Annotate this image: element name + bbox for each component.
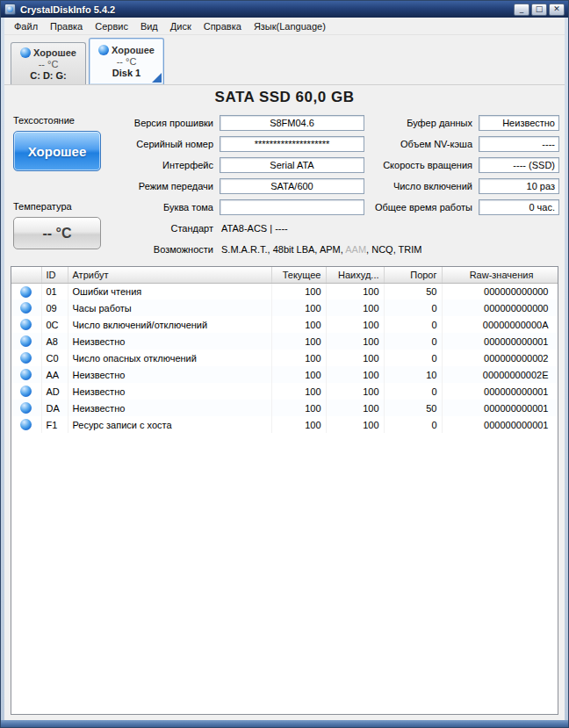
features-label: Возможности xyxy=(101,244,213,256)
cell-current: 100 xyxy=(271,350,326,366)
table-row[interactable]: F1 Ресурс записи с хоста 100 100 0 00000… xyxy=(11,416,558,433)
cell-threshold: 50 xyxy=(384,283,442,299)
menu-item-function[interactable]: Сервис xyxy=(89,19,134,33)
cell-attribute: Ресурс записи с хоста xyxy=(68,416,271,433)
health-status-button[interactable]: Хорошее xyxy=(13,131,101,171)
cell-current: 100 xyxy=(271,316,326,333)
temperature-button[interactable]: -- °C xyxy=(13,217,101,249)
cell-worst: 100 xyxy=(326,299,384,316)
cell-id: C0 xyxy=(41,350,68,366)
table-row[interactable]: A8 Неизвестно 100 100 0 000000000001 xyxy=(11,333,558,350)
features-enabled-text: , NCQ, TRIM xyxy=(366,244,421,255)
disk-info-panel: Техсостояние Хорошее Температура -- °C В… xyxy=(4,110,566,264)
cell-raw: 000000000001 xyxy=(442,400,558,416)
header-attribute[interactable]: Атрибут xyxy=(68,267,271,283)
cell-attribute: Число опасных отключений xyxy=(68,350,271,366)
header-status-icon-column[interactable] xyxy=(11,267,41,283)
table-header-row: ID Атрибут Текущее Наихуд... Порог Raw-з… xyxy=(11,267,558,283)
header-worst[interactable]: Наихуд... xyxy=(326,267,384,283)
window-title: CrystalDiskInfo 5.4.2 xyxy=(20,4,509,15)
header-threshold[interactable]: Порог xyxy=(384,267,442,283)
header-current[interactable]: Текущее xyxy=(271,267,326,283)
window-controls: _ □ ✕ xyxy=(514,4,565,16)
cell-worst: 100 xyxy=(326,366,384,383)
menu-item-disk[interactable]: Диск xyxy=(164,19,198,33)
cell-threshold: 0 xyxy=(384,333,442,350)
cell-id: AD xyxy=(41,383,68,400)
table-row[interactable]: 01 Ошибки чтения 100 100 50 000000000000 xyxy=(11,283,558,299)
close-icon[interactable]: ✕ xyxy=(549,4,565,16)
tab-disk-label: Disk 1 xyxy=(112,68,140,78)
attribute-status-dot-icon xyxy=(20,302,32,314)
cell-attribute: Число включений/отключений xyxy=(68,316,271,333)
table-row[interactable]: DA Неизвестно 100 100 50 000000000001 xyxy=(11,400,558,416)
menu-item-help[interactable]: Справка xyxy=(198,19,248,33)
menubar: Файл Правка Сервис Вид Диск Справка Язык… xyxy=(4,18,565,35)
maximize-icon[interactable]: □ xyxy=(531,4,547,16)
tab-health-row: Хорошее xyxy=(20,47,76,58)
table-row[interactable]: AA Неизвестно 100 100 10 00000000002E xyxy=(11,366,558,383)
menu-item-language[interactable]: Язык(Language) xyxy=(248,19,332,33)
smart-attribute-table: ID Атрибут Текущее Наихуд... Порог Raw-з… xyxy=(11,266,558,715)
features-enabled-text: S.M.A.R.T., 48bit LBA, APM, xyxy=(221,244,345,255)
cell-raw: 000000000001 xyxy=(442,333,558,350)
menu-item-edit[interactable]: Правка xyxy=(44,19,89,33)
temperature-section-label: Температура xyxy=(13,201,72,213)
app-window: CrystalDiskInfo 5.4.2 _ □ ✕ Файл Правка … xyxy=(0,0,569,728)
cell-current: 100 xyxy=(271,283,326,299)
cell-current: 100 xyxy=(271,366,326,383)
disk-tab-cdg[interactable]: Хорошее -- °C C: D: G: xyxy=(11,42,86,84)
table-row[interactable]: AD Неизвестно 100 100 0 000000000001 xyxy=(11,383,558,400)
header-id[interactable]: ID xyxy=(41,267,68,283)
cell-raw: 00000000002E xyxy=(442,366,558,383)
cell-worst: 100 xyxy=(326,416,384,433)
attribute-status-dot-icon xyxy=(20,419,32,430)
cell-attribute: Ошибки чтения xyxy=(68,283,271,299)
cell-worst: 100 xyxy=(326,350,384,366)
cell-threshold: 10 xyxy=(384,366,442,383)
cell-raw: 000000000000 xyxy=(442,283,558,299)
attribute-status-dot-icon xyxy=(20,286,32,298)
health-section-label: Техсостояние xyxy=(13,115,75,126)
serial-label: Серийный номер xyxy=(101,139,213,150)
cell-threshold: 0 xyxy=(384,416,442,433)
tab-health-row: Хорошее xyxy=(98,45,155,55)
disk-tab-disk1[interactable]: Хорошее -- °C Disk 1 xyxy=(89,38,164,84)
menu-item-file[interactable]: Файл xyxy=(8,19,44,33)
menu-item-view[interactable]: Вид xyxy=(134,19,164,33)
firmware-label: Версия прошивки xyxy=(101,118,213,129)
tab-disk-label: C: D: G: xyxy=(30,70,67,81)
header-raw[interactable]: Raw-значения xyxy=(442,267,558,283)
table-row[interactable]: C0 Число опасных отключений 100 100 0 00… xyxy=(11,350,558,366)
table-row[interactable]: 09 Часы работы 100 100 0 000000000000 xyxy=(11,299,558,316)
cell-threshold: 0 xyxy=(384,316,442,333)
app-icon xyxy=(4,4,16,15)
cell-current: 100 xyxy=(271,299,326,316)
cell-attribute: Неизвестно xyxy=(68,383,271,400)
health-status-dot-icon xyxy=(98,45,109,55)
disk-model-title: SATA SSD 60,0 GB xyxy=(4,85,565,110)
tab-health-label: Хорошее xyxy=(33,47,76,58)
interface-label: Интерфейс xyxy=(101,160,213,171)
window-bottom-border xyxy=(1,720,568,727)
table-row[interactable]: 0C Число включений/отключений 100 100 0 … xyxy=(11,316,558,333)
standard-label: Стандарт xyxy=(101,223,213,234)
cell-id: F1 xyxy=(41,416,68,433)
standard-value: ATA8-ACS | ---- xyxy=(221,223,288,234)
cell-threshold: 0 xyxy=(384,383,442,400)
tab-temp-label: -- °C xyxy=(117,56,137,67)
transfer-mode-value: SATA/600 xyxy=(220,178,364,194)
cell-threshold: 50 xyxy=(384,400,442,416)
cell-worst: 100 xyxy=(326,383,384,400)
tab-temp-label: -- °C xyxy=(39,59,59,69)
power-on-count-label: Число включений xyxy=(356,181,472,192)
cell-attribute: Неизвестно xyxy=(68,366,271,383)
cell-raw: 000000000001 xyxy=(442,416,558,433)
titlebar[interactable]: CrystalDiskInfo 5.4.2 _ □ ✕ xyxy=(1,1,568,18)
cell-id: DA xyxy=(41,400,68,416)
drive-letter-value xyxy=(220,199,364,215)
attribute-status-dot-icon xyxy=(20,352,32,364)
cell-attribute: Неизвестно xyxy=(68,400,271,416)
cell-id: AA xyxy=(41,366,68,383)
minimize-icon[interactable]: _ xyxy=(514,4,529,16)
